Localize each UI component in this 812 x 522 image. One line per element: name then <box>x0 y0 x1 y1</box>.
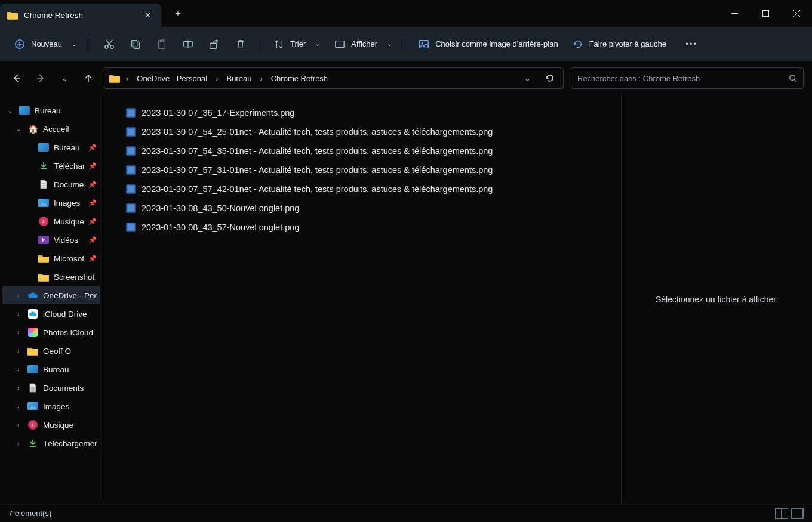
new-tab-button[interactable]: ＋ <box>166 0 190 27</box>
more-button[interactable]: ••• <box>679 35 703 52</box>
details-view-button[interactable] <box>775 508 788 519</box>
close-window-button[interactable] <box>781 0 812 27</box>
maximize-button[interactable] <box>750 0 781 27</box>
desktop-icon <box>19 106 30 115</box>
sidebar-item-label: Bureau <box>43 365 97 374</box>
view-icon <box>334 39 345 50</box>
rename-button[interactable] <box>176 35 200 54</box>
sidebar-item[interactable]: Télécharge📌 <box>2 157 100 175</box>
search-icon <box>789 74 797 82</box>
sidebar-item-label: Télécharge <box>54 162 84 171</box>
svg-rect-9 <box>210 43 217 48</box>
image-file-icon <box>126 165 136 175</box>
chevron-right-icon: › <box>257 74 264 83</box>
new-button[interactable]: Nouveau ⌄ <box>8 35 82 54</box>
chevron-right-icon: › <box>124 74 131 83</box>
desktop-icon <box>27 365 38 374</box>
address-bar[interactable]: › OneDrive - Personal › Bureau › Chrome … <box>104 67 564 89</box>
address-dropdown-button[interactable]: ⌄ <box>519 70 536 87</box>
sidebar-item[interactable]: Vidéos📌 <box>2 231 100 249</box>
search-box[interactable] <box>571 67 804 89</box>
sidebar-item[interactable]: ⌄🏠Accueil <box>2 120 100 138</box>
sidebar-item[interactable]: Microsoft📌 <box>2 249 100 267</box>
rotate-left-button[interactable]: Faire pivoter à gauche <box>567 35 672 54</box>
view-button[interactable]: Afficher ⌄ <box>328 35 398 54</box>
download-icon <box>38 161 49 171</box>
sidebar-item[interactable]: ⌄Bureau <box>2 101 100 119</box>
sort-button[interactable]: Trier ⌄ <box>267 35 326 54</box>
up-button[interactable] <box>80 70 97 87</box>
file-row[interactable]: 2023-01-30 08_43_50-Nouvel onglet.png <box>114 199 610 218</box>
sidebar-item[interactable]: ›Images <box>2 397 100 415</box>
sidebar-item[interactable]: ›Téléchargement <box>2 434 100 452</box>
chevron-down-icon: ⌄ <box>61 74 68 83</box>
wallpaper-label: Choisir comme image d'arrière-plan <box>435 39 558 48</box>
image-file-icon <box>126 223 136 232</box>
breadcrumb[interactable]: Chrome Refresh <box>267 72 331 85</box>
arrow-right-icon <box>36 73 45 83</box>
file-list[interactable]: 2023-01-30 07_36_17-Experiments.png2023-… <box>103 95 621 504</box>
sidebar-item[interactable]: Screenshot 20 <box>2 268 100 286</box>
sidebar-item[interactable]: ›Photos iCloud <box>2 323 100 341</box>
paste-button[interactable] <box>150 35 174 54</box>
music-icon: ♪ <box>27 420 38 430</box>
chevron-icon: ⌄ <box>14 126 23 132</box>
chevron-down-icon: ⌄ <box>387 41 392 47</box>
cut-button[interactable] <box>97 35 121 54</box>
set-wallpaper-button[interactable]: Choisir comme image d'arrière-plan <box>413 35 564 54</box>
sidebar-item[interactable]: ›Geoff O <box>2 342 100 360</box>
file-row[interactable]: 2023-01-30 07_54_35-01net - Actualité te… <box>114 141 610 160</box>
sidebar-item[interactable]: ›Documents <box>2 379 100 397</box>
recent-button[interactable]: ⌄ <box>56 70 73 87</box>
trash-icon <box>235 39 246 50</box>
file-row[interactable]: 2023-01-30 07_57_31-01net - Actualité te… <box>114 160 610 180</box>
sidebar[interactable]: ⌄Bureau⌄🏠AccueilBureau📌Télécharge📌Docume… <box>0 95 103 504</box>
sidebar-item[interactable]: ›iCloud Drive <box>2 305 100 323</box>
refresh-button[interactable] <box>542 70 558 87</box>
folder-icon <box>38 254 49 263</box>
sidebar-item-label: Accueil <box>43 125 97 134</box>
rotate-icon <box>573 39 583 50</box>
file-row[interactable]: 2023-01-30 08_43_57-Nouvel onglet.png <box>114 218 610 237</box>
preview-empty-text: Sélectionnez un fichier à afficher. <box>656 295 778 304</box>
copy-icon <box>130 39 141 50</box>
sidebar-item-label: Photos iCloud <box>43 328 97 337</box>
sidebar-item-label: Musique <box>54 217 84 226</box>
sidebar-item[interactable]: ›OneDrive - Per <box>2 286 100 304</box>
video-icon <box>38 235 49 245</box>
new-icon <box>14 39 25 50</box>
file-row[interactable]: 2023-01-30 07_36_17-Experiments.png <box>114 103 610 122</box>
close-tab-icon[interactable]: ✕ <box>141 11 154 20</box>
minimize-button[interactable] <box>719 0 750 27</box>
sidebar-item[interactable]: Bureau📌 <box>2 138 100 156</box>
sidebar-item-label: OneDrive - Per <box>43 291 97 300</box>
pin-icon: 📌 <box>88 255 97 262</box>
navigation-bar: ⌄ › OneDrive - Personal › Bureau › Chrom… <box>0 61 812 95</box>
sidebar-item[interactable]: Documents📌 <box>2 175 100 193</box>
breadcrumb[interactable]: OneDrive - Personal <box>133 72 211 85</box>
ellipsis-icon: ••• <box>685 39 697 48</box>
file-row[interactable]: 2023-01-30 07_57_42-01net - Actualité te… <box>114 180 610 199</box>
sidebar-item[interactable]: ›Bureau <box>2 360 100 378</box>
window-tab[interactable]: Chrome Refresh ✕ <box>0 4 161 27</box>
breadcrumb[interactable]: Bureau <box>223 72 255 85</box>
arrow-left-icon <box>12 73 21 83</box>
delete-button[interactable] <box>229 35 253 54</box>
file-row[interactable]: 2023-01-30 07_54_25-01net - Actualité te… <box>114 122 610 141</box>
toolbar: Nouveau ⌄ Trier ⌄ Afficher ⌄ Choisir com… <box>0 27 812 61</box>
sidebar-item[interactable]: ♪Musique📌 <box>2 212 100 230</box>
share-button[interactable] <box>202 35 226 54</box>
search-input[interactable] <box>577 74 789 83</box>
file-name: 2023-01-30 07_36_17-Experiments.png <box>142 108 294 118</box>
sidebar-item[interactable]: ›♪Musique <box>2 416 100 434</box>
icons-view-button[interactable] <box>791 508 804 519</box>
images-icon <box>27 401 38 411</box>
copy-button[interactable] <box>124 35 147 54</box>
pin-icon: 📌 <box>88 181 97 189</box>
back-button[interactable] <box>8 70 25 87</box>
sidebar-item[interactable]: Images📌 <box>2 194 100 212</box>
pin-icon: 📌 <box>88 218 97 226</box>
folder-icon <box>109 74 120 83</box>
forward-button[interactable] <box>32 70 49 87</box>
chevron-icon: › <box>14 422 23 428</box>
